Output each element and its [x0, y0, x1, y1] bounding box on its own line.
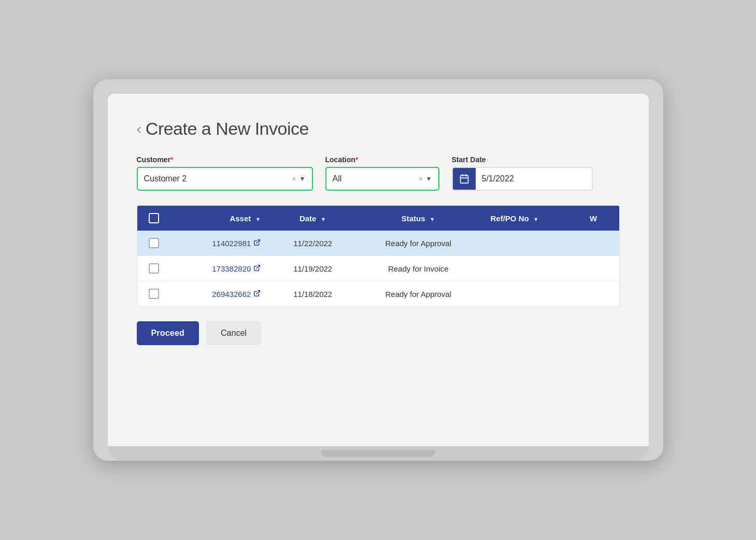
assets-table: Asset ▼ Date ▼ Status ▼ Ref/PO No — [137, 206, 619, 306]
row-refpo-cell — [481, 281, 580, 307]
row-refpo-cell — [481, 231, 580, 256]
proceed-button[interactable]: Proceed — [137, 321, 199, 345]
col-header-w: W — [580, 206, 619, 231]
row-checkbox-cell[interactable] — [137, 231, 170, 256]
asset-link[interactable]: 173382820 — [212, 264, 261, 273]
col-header-asset: Asset ▼ — [170, 206, 270, 231]
row-checkbox-cell[interactable] — [137, 281, 170, 307]
svg-line-5 — [256, 265, 260, 268]
table-header-row: Asset ▼ Date ▼ Status ▼ Ref/PO No — [137, 206, 619, 231]
location-label: Location* — [325, 155, 439, 164]
external-link-icon[interactable] — [253, 239, 261, 248]
page-title-row: ‹ Create a New Invoice — [137, 119, 620, 139]
asset-link[interactable]: 269432662 — [212, 290, 261, 299]
start-date-label: Start Date — [452, 155, 593, 164]
row-w-cell — [580, 256, 619, 281]
row-w-cell — [580, 231, 619, 256]
laptop-shell: ‹ Create a New Invoice Customer* Custome… — [93, 79, 663, 461]
customer-field-group: Customer* Customer 2 × ▼ — [137, 155, 313, 191]
select-all-checkbox[interactable] — [149, 213, 159, 223]
back-chevron[interactable]: ‹ — [137, 122, 141, 136]
start-date-field-group: Start Date — [452, 155, 593, 191]
external-link-icon[interactable] — [253, 290, 261, 299]
customer-dropdown-icon[interactable]: ▼ — [299, 175, 306, 182]
row-w-cell — [580, 281, 619, 307]
cancel-button[interactable]: Cancel — [206, 321, 261, 345]
start-date-input[interactable] — [476, 170, 592, 188]
start-date-picker[interactable] — [452, 167, 593, 191]
row-refpo-cell — [481, 256, 580, 281]
location-select-value: All — [333, 174, 419, 183]
row-asset-cell: 269432662 — [170, 281, 270, 307]
svg-line-4 — [256, 239, 260, 243]
external-link-icon[interactable] — [253, 264, 261, 273]
location-select[interactable]: All × ▼ — [325, 167, 439, 191]
asset-number: 173382820 — [212, 264, 251, 273]
row-status-cell: Ready for Approval — [355, 281, 481, 307]
row-status-cell: Ready for Approval — [355, 231, 481, 256]
assets-table-container: Asset ▼ Date ▼ Status ▼ Ref/PO No — [137, 205, 620, 307]
row-checkbox[interactable] — [149, 289, 159, 299]
location-clear-icon[interactable]: × — [418, 175, 422, 183]
customer-select[interactable]: Customer 2 × ▼ — [137, 167, 313, 191]
location-field-group: Location* All × ▼ — [325, 155, 439, 191]
date-filter-icon[interactable]: ▼ — [321, 216, 326, 222]
row-checkbox-cell[interactable] — [137, 256, 170, 281]
row-date-cell: 11/19/2022 — [270, 256, 355, 281]
customer-label: Customer* — [137, 155, 313, 164]
button-row: Proceed Cancel — [137, 321, 620, 345]
asset-number: 114022981 — [212, 239, 251, 248]
row-asset-cell: 114022981 — [170, 231, 270, 256]
row-status-cell: Ready for Invoice — [355, 256, 481, 281]
row-date-cell: 11/22/2022 — [270, 231, 355, 256]
refpo-filter-icon[interactable]: ▼ — [533, 216, 539, 222]
col-header-date: Date ▼ — [270, 206, 355, 231]
form-row: Customer* Customer 2 × ▼ Location* All ×… — [137, 155, 620, 191]
col-header-checkbox[interactable] — [137, 206, 170, 231]
asset-filter-icon[interactable]: ▼ — [255, 216, 261, 222]
page-title: Create a New Invoice — [146, 119, 309, 139]
customer-clear-icon[interactable]: × — [292, 175, 296, 183]
asset-link[interactable]: 114022981 — [212, 239, 261, 248]
table-row: 269432662 11/18/2022 Ready for Approval — [137, 281, 619, 307]
laptop-notch — [321, 450, 435, 457]
svg-line-6 — [256, 290, 260, 293]
row-date-cell: 11/18/2022 — [270, 281, 355, 307]
svg-rect-0 — [460, 175, 468, 183]
table-row: 114022981 11/22/2022 Ready for Approval — [137, 231, 619, 256]
location-dropdown-icon[interactable]: ▼ — [426, 175, 432, 182]
col-header-refpo: Ref/PO No ▼ — [481, 206, 580, 231]
laptop-screen: ‹ Create a New Invoice Customer* Custome… — [108, 94, 649, 446]
customer-select-value: Customer 2 — [144, 174, 292, 183]
col-header-status: Status ▼ — [355, 206, 481, 231]
row-asset-cell: 173382820 — [170, 256, 270, 281]
row-checkbox[interactable] — [149, 263, 159, 274]
row-checkbox[interactable] — [149, 238, 159, 248]
status-filter-icon[interactable]: ▼ — [430, 216, 435, 222]
calendar-icon[interactable] — [453, 168, 476, 190]
table-row: 173382820 11/19/2022 Ready for Invoice — [137, 256, 619, 281]
asset-number: 269432662 — [212, 290, 251, 299]
laptop-base — [108, 446, 649, 461]
